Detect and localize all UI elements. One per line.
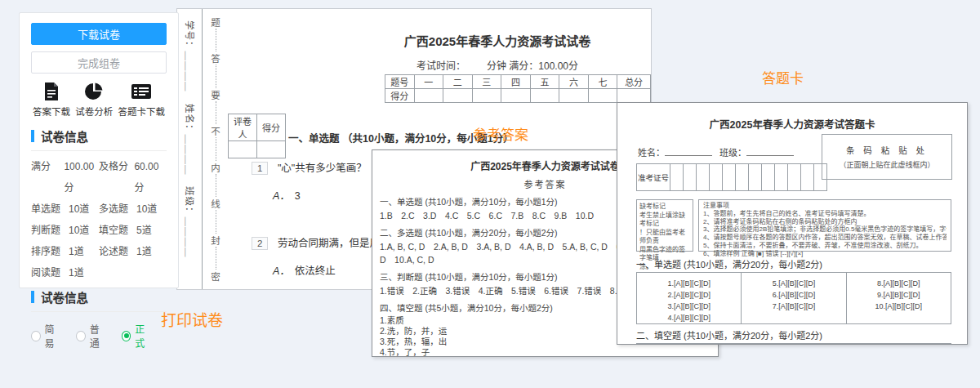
exam-number-box <box>684 163 697 191</box>
section-title: 试卷信息 <box>41 288 88 305</box>
info-value: 10道 <box>69 198 89 220</box>
notice-box: 注意事项 1、答题前，考生先将自己的姓名、准考证号码填写清楚。 2、请将准考证条… <box>698 199 951 252</box>
answer-download-button[interactable]: 答案下载 <box>33 82 70 118</box>
question-number-badge: 2 <box>252 237 268 250</box>
tool-label: 试卷分析 <box>75 105 113 118</box>
paper-mode-section-header: 试卷信息 <box>31 288 167 312</box>
info-value: 10道 <box>69 220 89 241</box>
exam-number-box <box>775 163 788 191</box>
finish-assembly-button[interactable]: 完成组卷 <box>31 51 167 74</box>
seal-char: 封 <box>211 234 220 247</box>
student-name-field-label: 姓名：＿＿＿＿ <box>184 104 197 176</box>
seal-dotted-line: 题 答 要 不 内 线 封 密 <box>210 16 221 283</box>
class-label: 班级： <box>719 148 746 158</box>
exam-number-box <box>723 163 736 191</box>
option-letter: A． <box>273 265 290 277</box>
info-label <box>99 262 135 283</box>
student-class-field-label: 班级：＿＿＿＿ <box>184 186 197 258</box>
sidebar-panel: 下载试卷 完成组卷 答案下载 试卷分析 答题卡下载 <box>19 12 179 288</box>
bubble-row: 2.[A][B][C][D] <box>667 289 710 301</box>
info-value: 10道 <box>136 198 157 220</box>
exam-number-box <box>814 163 827 191</box>
grader-score-table: 评卷人 得分 <box>228 114 286 158</box>
card-single-choice-heading: 一、单选题 (共10小题，满分20分，每小题2分) <box>636 257 822 270</box>
info-row: 单选题10道 多选题10道 <box>31 198 167 220</box>
bubble-row: 5.[A][B][C][D] <box>773 278 816 289</box>
info-label: 填空题 <box>99 220 135 241</box>
answer-card-label: 答题卡 <box>762 67 804 87</box>
bubble-row: 6.[A][B][C][D] <box>773 289 816 301</box>
info-row: 排序题1道 论述题1道 <box>31 241 167 262</box>
section-accent-bar <box>31 291 34 303</box>
paper-analysis-icon <box>84 82 104 101</box>
info-value: 1道 <box>136 241 152 262</box>
exam-number-label: 准考证号 <box>636 163 670 191</box>
download-paper-button[interactable]: 下载试卷 <box>31 23 167 45</box>
answer-card-download-icon <box>131 82 152 101</box>
answers-paper-subtitle: 参考答案 <box>524 177 567 190</box>
info-label: 多选题 <box>99 198 135 220</box>
barcode-paste-box: 条 码 粘 贴 处 （正面朝上贴在此虚线框内） <box>822 134 952 180</box>
paper-analysis-button[interactable]: 试卷分析 <box>75 82 113 118</box>
info-label: 判断题 <box>31 220 67 241</box>
score-summary-table: 题号 一 二 三 四 五 六 七 总分 得分 <box>385 74 651 103</box>
exam-time-label: 考试时间： <box>416 60 466 72</box>
paper-info-section-header: 试卷信息 <box>31 127 167 151</box>
tool-label: 答案下载 <box>33 105 70 118</box>
question-text: "心"共有多少笔画？ <box>278 163 367 174</box>
info-label: 满分 <box>31 156 62 198</box>
name-label: 姓名： <box>638 148 665 158</box>
seal-char: 内 <box>211 161 220 174</box>
exam-number-box <box>736 163 749 191</box>
name-class-row: 姓名： 班级： <box>638 145 794 158</box>
bubble-column: 8.[A][B][C][D] 9.[A][B][C][D] 10.[A][B][… <box>847 273 951 323</box>
seal-char: 不 <box>211 124 220 137</box>
answers-paper-title: 广西2025年春季人力资源考试试卷 <box>470 158 620 172</box>
radio-mode-formal[interactable]: 正式 <box>122 322 152 350</box>
absent-line: 缺考标记 <box>639 203 690 212</box>
notice-line: 注意事项 <box>703 202 947 210</box>
answer-card-preview: 广西2025年春季人力资源考试答题卡 姓名： 班级： 条 码 粘 贴 处 （正面… <box>617 102 968 345</box>
bubble-row: 7.[A][B][C][D] <box>773 301 816 312</box>
info-value: 100.00分 <box>64 156 99 198</box>
bubble-row: 3.[A][B][C][D] <box>667 301 710 312</box>
seal-char: 密 <box>211 270 220 283</box>
bubble-row: 1.[A][B][C][D] <box>667 278 710 289</box>
radio-mode-normal[interactable]: 普通 <box>76 322 106 350</box>
question-number-badge: 1 <box>252 162 268 175</box>
score-header-cell: 二 <box>443 75 473 89</box>
grader-label: 评卷人 <box>229 114 257 141</box>
answer-download-icon <box>42 82 61 101</box>
info-value: 1道 <box>69 262 84 283</box>
seal-char: 线 <box>211 197 220 210</box>
info-value: 60.00分 <box>134 156 167 198</box>
bubble-column: 5.[A][B][C][D] 6.[A][B][C][D] 7.[A][B][C… <box>742 273 846 323</box>
seal-char: 答 <box>211 51 220 65</box>
exam-number-row: 准考证号 <box>636 163 827 191</box>
answer-card-download-button[interactable]: 答题卡下载 <box>118 82 166 118</box>
absent-mark-box: 缺考标记 考生禁止填涂缺考标记 ！只能由监考老师负责 用黑色字迹的签字笔填 涂。 <box>636 199 693 252</box>
name-blank-line <box>665 146 712 156</box>
radio-icon <box>76 331 86 341</box>
question-1-option-a: A．3 <box>273 187 301 203</box>
barcode-title: 条 码 粘 贴 处 <box>846 144 928 156</box>
barcode-note: （正面朝上贴在此虚线框内） <box>839 159 934 170</box>
score-header-cell: 一 <box>414 75 443 89</box>
bubble-row: 8.[A][B][C][D] <box>877 278 920 289</box>
bubble-row: 9.[A][B][C][D] <box>877 289 920 301</box>
exam-paper-title: 广西2025年春季人力资源考试试卷 <box>404 32 590 49</box>
tool-label: 答题卡下载 <box>118 105 166 118</box>
score-header-cell: 题号 <box>385 75 415 89</box>
info-label: 及格分 <box>99 156 132 198</box>
radio-label: 简易 <box>45 322 62 350</box>
info-row: 判断题10道 填空题5道 <box>31 220 167 241</box>
tool-buttons-row: 答案下载 试卷分析 答题卡下载 <box>33 82 165 118</box>
score-row-label: 得分 <box>385 89 415 103</box>
radio-mode-easy[interactable]: 简易 <box>31 322 61 350</box>
notice-line: 1、答题前，考生先将自己的姓名、准考证号码填写清楚。 <box>703 210 947 218</box>
score-header-cell: 五 <box>530 75 559 89</box>
section-title: 试卷信息 <box>41 127 88 145</box>
seal-char: 题 <box>211 16 220 29</box>
seal-margin-fields: 学号：＿＿＿＿ 姓名：＿＿＿＿ 班级：＿＿＿＿ <box>184 20 197 279</box>
card-blank-fill-heading: 二、填空题 (共10小题，满分20分，每小题2分) <box>636 328 822 341</box>
